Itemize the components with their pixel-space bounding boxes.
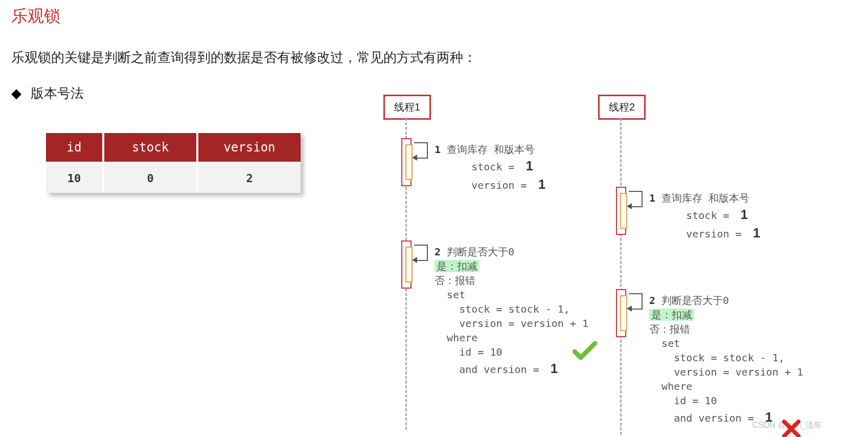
step-title: 判断是否大于0 xyxy=(447,246,514,258)
sql-line: version = version + 1 xyxy=(459,317,588,330)
bullet-icon: ◆ xyxy=(11,85,21,101)
sql-line: and version = xyxy=(674,412,754,424)
step-title: 查询库存 和版本号 xyxy=(661,192,749,204)
step-yes: 是：扣减 xyxy=(435,260,479,272)
arrow-head-icon xyxy=(627,203,632,209)
th-id: id xyxy=(46,133,103,163)
arrow-line xyxy=(629,293,642,294)
arrow-line xyxy=(629,191,642,192)
sql-line: stock = stock - 1, xyxy=(459,303,570,315)
sql-line: stock = stock - 1, xyxy=(674,352,785,364)
th-version: version xyxy=(197,133,301,163)
thread2-box: 线程2 xyxy=(598,95,646,120)
step-no: 否：报错 xyxy=(649,323,690,335)
version-value: 1 xyxy=(753,225,760,241)
thread2-lifeline xyxy=(620,118,622,435)
step-num: 1 xyxy=(649,192,655,204)
sql-line: version = version + 1 xyxy=(674,366,803,378)
thread2-step2-text: 2 判断是否大于0 是：扣减 否：报错 set stock = stock - … xyxy=(649,293,803,426)
arrow-line xyxy=(642,293,643,309)
arrow-line xyxy=(414,142,427,143)
step-num: 2 xyxy=(435,246,441,258)
arrow-line xyxy=(427,142,428,158)
bullet-text: 版本号法 xyxy=(31,84,84,102)
stock-value: 1 xyxy=(741,207,748,222)
thread1-box: 线程1 xyxy=(383,95,431,120)
stock-label: stock = xyxy=(686,209,729,222)
step-num: 2 xyxy=(649,294,655,307)
thread1-step1-inner xyxy=(405,144,413,180)
sql-where: where xyxy=(447,332,477,344)
sql-version-val: 1 xyxy=(551,361,558,376)
step-title: 判断是否大于0 xyxy=(661,294,729,307)
step-title: 查询库存 和版本号 xyxy=(447,143,535,156)
thread2-step2-inner xyxy=(620,295,627,331)
check-icon xyxy=(573,340,597,363)
step-num: 1 xyxy=(435,143,441,156)
thread2-label: 线程2 xyxy=(609,101,635,113)
arrow-line xyxy=(414,245,427,246)
th-stock: stock xyxy=(103,133,197,163)
version-value: 1 xyxy=(538,177,545,192)
arrow-line xyxy=(427,245,428,260)
td-version: 2 xyxy=(197,163,301,193)
thread1-step2-inner xyxy=(405,247,413,282)
arrow-head-icon xyxy=(412,257,417,263)
thread1-step1-text: 1 查询库存 和版本号 stock = 1 version = 1 xyxy=(435,142,545,194)
sql-version-val: 1 xyxy=(765,409,772,425)
page-description: 乐观锁的关键是判断之前查询得到的数据是否有被修改过，常见的方式有两种： xyxy=(11,49,476,67)
sql-line: id = 10 xyxy=(674,395,717,407)
arrow-head-icon xyxy=(627,305,632,312)
thread2-step1-text: 1 查询库存 和版本号 stock = 1 version = 1 xyxy=(649,191,760,243)
version-label: version = xyxy=(471,179,527,191)
sql-set: set xyxy=(447,289,465,301)
sql-line: id = 10 xyxy=(459,346,502,358)
bullet-version-method: ◆ 版本号法 xyxy=(11,84,84,102)
step-yes: 是：扣减 xyxy=(649,309,694,321)
sql-line: and version = xyxy=(459,363,539,376)
cross-icon xyxy=(782,420,801,437)
thread1-label: 线程1 xyxy=(394,101,420,113)
thread1-step2-text: 2 判断是否大于0 是：扣减 否：报错 set stock = stock - … xyxy=(435,245,588,378)
page-title: 乐观锁 xyxy=(11,5,60,28)
data-table: id stock version 10 0 2 xyxy=(46,133,301,193)
stock-value: 1 xyxy=(526,158,533,173)
diagram-page: 乐观锁 乐观锁的关键是判断之前查询得到的数据是否有被修改过，常见的方式有两种： … xyxy=(0,0,868,437)
step-no: 否：报错 xyxy=(435,274,475,287)
sql-where: where xyxy=(661,380,692,392)
arrow-line xyxy=(642,191,643,206)
version-label: version = xyxy=(686,228,741,240)
td-stock: 0 xyxy=(103,163,197,193)
sql-set: set xyxy=(661,337,680,349)
arrow-head-icon xyxy=(412,155,417,161)
thread2-step1-inner xyxy=(620,193,627,229)
stock-label: stock = xyxy=(471,161,514,173)
td-id: 10 xyxy=(46,163,103,193)
